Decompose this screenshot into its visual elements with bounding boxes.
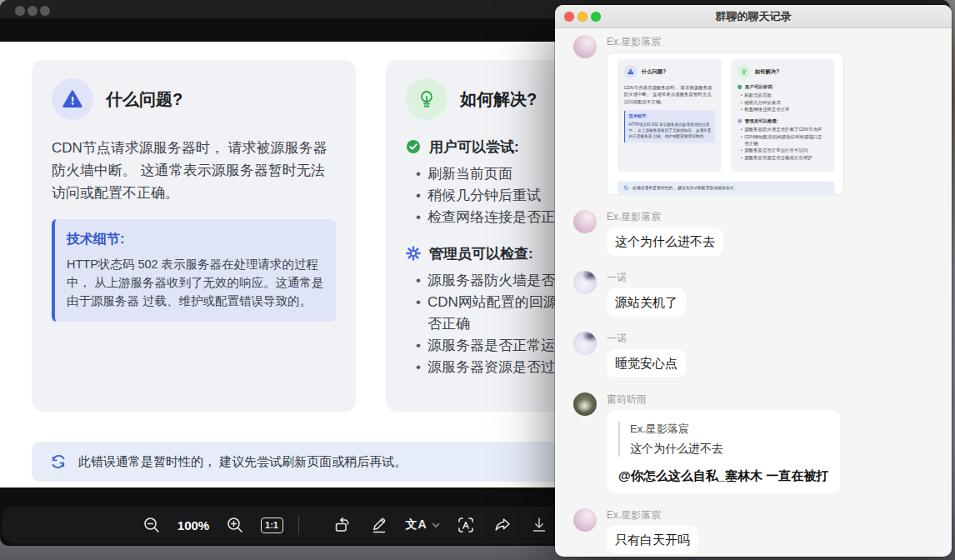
minimize-button[interactable]	[578, 12, 588, 22]
notice-text: 此错误通常是暂时性的， 建议先尝试刷新页面或稍后再试。	[78, 454, 407, 470]
actual-size-button[interactable]: 1:1	[253, 507, 290, 543]
tech-details-text: HTTP状态码 502 表示服务器在处理请求的过程中， 从上游服务器收到了无效的…	[67, 255, 324, 310]
error-502-page-thumbnail: 什么问题? CDN节点请求源服务器时， 请求被源服务器防火墙中断。 这通常表示源…	[608, 53, 844, 195]
sender-name: Ex.星影落宸	[607, 210, 723, 224]
message-bubble[interactable]: 睡觉安心点	[607, 349, 686, 378]
sender-name: Ex.星影落宸	[607, 35, 844, 49]
sender-name: 一诺	[607, 271, 686, 285]
check-icon	[406, 139, 421, 154]
avatar[interactable]	[573, 35, 597, 58]
avatar[interactable]	[573, 210, 597, 233]
chevron-down-icon	[432, 522, 440, 528]
message-bubble[interactable]: 源站关机了	[607, 288, 686, 317]
problem-card: 什么问题? CDN节点请求源服务器时， 请求被源服务器防火墙中断。 这通常表示源…	[32, 60, 356, 412]
refresh-icon	[50, 453, 67, 470]
check-icon	[738, 84, 742, 89]
warning-icon	[624, 65, 638, 78]
avatar[interactable]	[573, 271, 597, 294]
gear-icon	[406, 246, 421, 261]
message-bubble[interactable]: 这个为什么进不去	[607, 228, 723, 256]
toolbar-divider	[298, 516, 299, 534]
image-message-thumbnail[interactable]: 什么问题? CDN节点请求源服务器时， 请求被源服务器防火墙中断。 这通常表示源…	[607, 52, 844, 195]
avatar[interactable]	[573, 332, 597, 355]
chat-window-title: 群聊的聊天记录	[716, 9, 792, 24]
problem-description: CDN节点请求源服务器时， 请求被源服务器防火墙中断。 这通常表示源服务器暂时无…	[52, 137, 336, 204]
message-list[interactable]: Ex.星影落宸 什么问题?	[555, 28, 952, 554]
ocr-icon[interactable]	[448, 507, 484, 543]
quoted-message[interactable]: Ex.星影落宸 这个为什么进不去	[618, 422, 828, 457]
sender-name: 窗前听雨	[607, 392, 840, 407]
avatar[interactable]	[573, 508, 597, 532]
share-icon[interactable]	[484, 507, 521, 543]
message: 一诺 源站关机了	[573, 271, 952, 317]
close-button[interactable]	[564, 12, 574, 22]
avatar[interactable]	[573, 392, 597, 416]
chat-history-window: 群聊的聊天记录 Ex.星影落宸	[555, 5, 952, 557]
message-with-quote: 窗前听雨 Ex.星影落宸 这个为什么进不去 @你怎么这么自私_塞林木 一直在被打	[573, 392, 952, 493]
lightbulb-icon	[406, 78, 448, 120]
chat-titlebar[interactable]: 群聊的聊天记录	[555, 5, 952, 28]
quoted-text: 这个为什么进不去	[630, 440, 828, 457]
tech-details-box: 技术细节: HTTP状态码 502 表示服务器在处理请求的过程中， 从上游服务器…	[52, 219, 336, 322]
lightbulb-icon	[738, 65, 751, 78]
message: Ex.星影落宸 这个为什么进不去	[573, 210, 952, 256]
sender-name: 一诺	[607, 332, 686, 346]
gear-icon	[738, 118, 742, 123]
message-text: @你怎么这么自私_塞林木 一直在被打	[618, 468, 828, 483]
download-icon[interactable]	[521, 507, 558, 543]
zoom-level-label[interactable]: 100%	[170, 518, 217, 532]
message: 一诺 睡觉安心点	[573, 332, 952, 378]
tech-details-title: 技术细节:	[67, 231, 324, 248]
problem-card-title: 什么问题?	[106, 88, 182, 111]
translate-icon[interactable]: 文A	[398, 518, 448, 532]
rotate-icon[interactable]	[324, 507, 361, 543]
close-button[interactable]	[15, 6, 25, 16]
sender-name: Ex.星影落宸	[607, 508, 698, 522]
message-bubble[interactable]: Ex.星影落宸 这个为什么进不去 @你怎么这么自私_塞林木 一直在被打	[607, 410, 840, 493]
edit-icon[interactable]	[361, 507, 398, 543]
fullscreen-button[interactable]	[40, 6, 50, 16]
zoom-out-icon[interactable]	[133, 507, 170, 543]
message: Ex.星影落宸 只有白天开吗	[573, 508, 952, 554]
zoom-in-icon[interactable]	[217, 507, 253, 543]
refresh-icon	[623, 185, 628, 190]
warning-icon	[52, 78, 93, 120]
quoted-sender-name: Ex.星影落宸	[630, 422, 828, 437]
fullscreen-button[interactable]	[591, 12, 601, 22]
message-bubble[interactable]: 只有白天开吗	[607, 526, 698, 554]
solution-card-title: 如何解决?	[460, 88, 537, 111]
minimize-button[interactable]	[28, 6, 38, 16]
message-image: Ex.星影落宸 什么问题?	[573, 35, 952, 195]
